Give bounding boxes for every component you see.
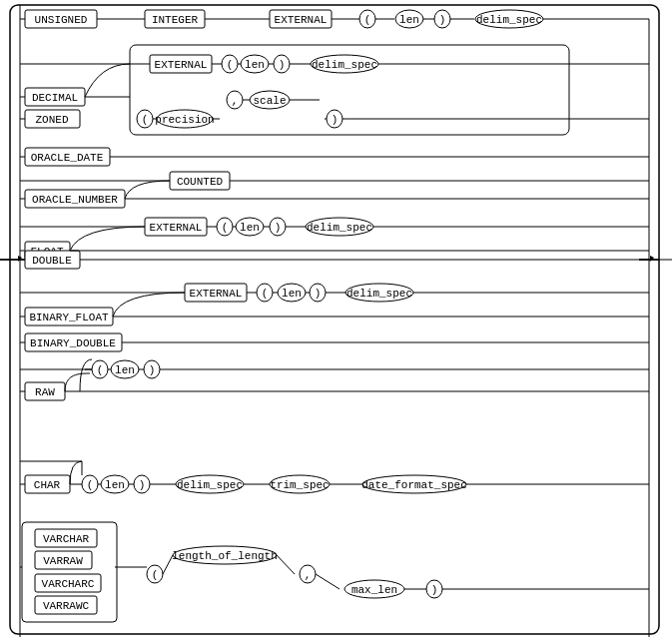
svg-text:precision: precision	[155, 114, 214, 126]
lparen-varchar: (	[147, 565, 163, 583]
svg-text:len: len	[240, 222, 260, 234]
svg-line-155	[316, 574, 339, 589]
counted-node: COUNTED	[170, 172, 230, 190]
rparen-raw: )	[144, 360, 160, 378]
svg-text:(: (	[152, 569, 159, 581]
trim-spec-char: trim_spec	[270, 475, 330, 493]
svg-text:EXTERNAL: EXTERNAL	[150, 222, 203, 234]
svg-text:VARRAWC: VARRAWC	[43, 600, 90, 612]
external-node-r6: EXTERNAL	[145, 218, 207, 236]
svg-text:COUNTED: COUNTED	[177, 176, 224, 188]
svg-text:(: (	[142, 114, 149, 126]
svg-text:len: len	[105, 479, 125, 491]
binary-float-node: BINARY_FLOAT	[25, 308, 113, 325]
svg-line-152	[163, 555, 173, 574]
svg-text:RAW: RAW	[35, 386, 55, 398]
svg-text:): )	[149, 364, 156, 376]
svg-text:trim_spec: trim_spec	[270, 479, 329, 491]
rparen-varchar: )	[426, 580, 442, 598]
lparen-raw: (	[92, 360, 108, 378]
max-len-node: max_len	[344, 580, 404, 598]
len-r6: len	[236, 218, 264, 236]
zoned-node: ZONED	[25, 110, 80, 128]
svg-text:delim_spec: delim_spec	[476, 14, 542, 26]
svg-text:EXTERNAL: EXTERNAL	[275, 14, 328, 26]
svg-text:): )	[139, 479, 146, 491]
integer-node: INTEGER	[145, 10, 205, 28]
svg-text:EXTERNAL: EXTERNAL	[190, 288, 243, 300]
len-r8: len	[278, 284, 306, 302]
svg-text:len: len	[399, 14, 419, 26]
rparen-r6: )	[270, 218, 286, 236]
svg-text:VARCHAR: VARCHAR	[43, 533, 90, 545]
binary-double-node: BINARY_DOUBLE	[25, 333, 122, 351]
lparen-r2: (	[222, 55, 238, 73]
comma-varchar: ,	[300, 565, 316, 583]
rparen-r8: )	[310, 284, 326, 302]
len-raw: len	[111, 360, 139, 378]
external-node-r2: EXTERNAL	[150, 55, 212, 73]
svg-text:CHAR: CHAR	[34, 479, 61, 491]
svg-text:delim_spec: delim_spec	[307, 222, 372, 234]
svg-text:length_of_length: length_of_length	[172, 550, 278, 562]
svg-text:(: (	[262, 288, 269, 300]
len-r1: len	[395, 10, 423, 28]
svg-text:ORACLE_NUMBER: ORACLE_NUMBER	[32, 194, 118, 206]
svg-text:(: (	[87, 479, 94, 491]
date-format-spec-char: date_format_spec	[361, 475, 467, 493]
rparen-char: )	[134, 475, 150, 493]
double-node: DOUBLE	[25, 251, 80, 269]
varrawc-node: VARRAWC	[35, 596, 97, 614]
lparen-r8: (	[257, 284, 273, 302]
varcharc2-node: VARCHARC	[35, 574, 101, 592]
varraw-node: VARRAW	[35, 551, 92, 569]
svg-line-76	[264, 227, 270, 270]
decimal-node: DECIMAL	[25, 88, 85, 106]
svg-text:(: (	[97, 364, 104, 376]
svg-text:date_format_spec: date_format_spec	[361, 479, 467, 491]
length-of-length-node: length_of_length	[172, 546, 278, 564]
delim-spec-r6: delim_spec	[306, 218, 373, 236]
svg-text:(: (	[222, 222, 229, 234]
svg-text:BINARY_DOUBLE: BINARY_DOUBLE	[30, 337, 116, 349]
svg-text:,: ,	[305, 569, 312, 581]
unsigned-node: UNSIGNED	[25, 10, 97, 28]
lparen-dec: (	[137, 110, 153, 128]
raw-node: RAW	[25, 382, 65, 400]
svg-text:scale: scale	[253, 95, 286, 107]
svg-text:): )	[275, 222, 282, 234]
svg-text:): )	[439, 14, 446, 26]
svg-text:len: len	[282, 288, 302, 300]
delim-spec-r2: delim_spec	[311, 55, 378, 73]
svg-text:delim_spec: delim_spec	[177, 479, 243, 491]
svg-text:(: (	[364, 14, 371, 26]
svg-text:): )	[315, 288, 322, 300]
svg-text:len: len	[245, 59, 265, 71]
svg-text:): )	[279, 59, 286, 71]
svg-text:VARCHARC: VARCHARC	[42, 578, 95, 590]
delim-spec-r1: delim_spec	[475, 10, 543, 28]
svg-marker-197	[650, 256, 654, 262]
svg-text:VARRAW: VARRAW	[43, 555, 83, 567]
svg-text:len: len	[115, 364, 135, 376]
svg-text:(: (	[227, 59, 234, 71]
svg-text:): )	[332, 114, 338, 126]
svg-text:BINARY_FLOAT: BINARY_FLOAT	[29, 312, 109, 323]
external-node-r8: EXTERNAL	[185, 284, 247, 302]
len-r2: len	[241, 55, 269, 73]
oracle-number-node: ORACLE_NUMBER	[25, 190, 125, 208]
delim-spec-r8: delim_spec	[345, 284, 413, 302]
svg-text:ORACLE_DATE: ORACLE_DATE	[31, 152, 104, 164]
lparen-r6: (	[217, 218, 233, 236]
svg-text:EXTERNAL: EXTERNAL	[155, 59, 208, 71]
svg-line-154	[277, 555, 295, 574]
char-node: CHAR	[25, 475, 70, 493]
svg-text:INTEGER: INTEGER	[152, 14, 199, 26]
railroad-diagram: UNSIGNED INTEGER EXTERNAL ( len ) delim_…	[0, 0, 672, 642]
rparen-r2: )	[274, 55, 290, 73]
svg-text:delim_spec: delim_spec	[346, 288, 412, 300]
lparen-char: (	[82, 475, 98, 493]
svg-text:UNSIGNED: UNSIGNED	[35, 14, 88, 26]
scale-node: scale	[250, 91, 290, 109]
svg-text:,: ,	[232, 95, 239, 107]
